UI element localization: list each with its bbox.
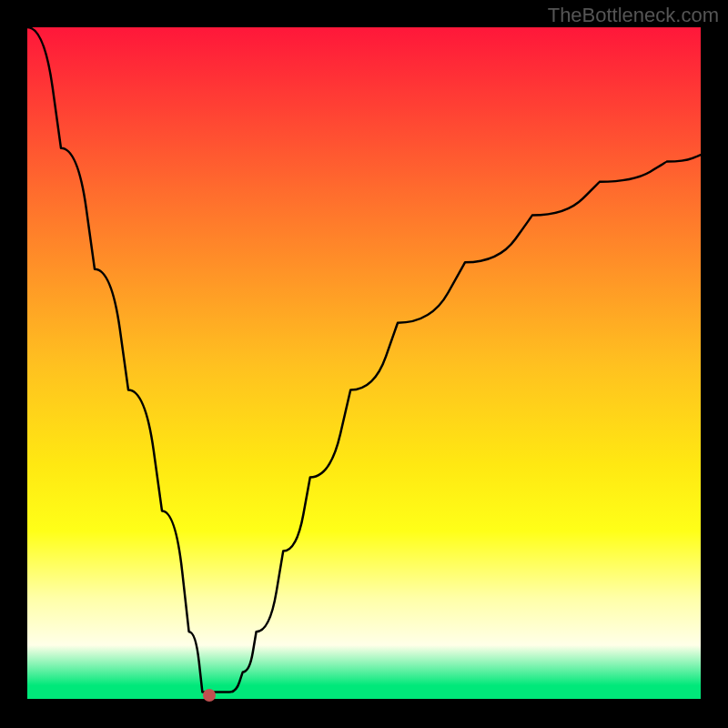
chart-curve	[27, 27, 701, 699]
watermark-text: TheBottleneck.com	[548, 4, 719, 27]
chart-container: TheBottleneck.com	[0, 0, 728, 728]
data-marker	[203, 689, 216, 702]
curve-path	[27, 27, 701, 693]
plot-area	[27, 27, 701, 699]
